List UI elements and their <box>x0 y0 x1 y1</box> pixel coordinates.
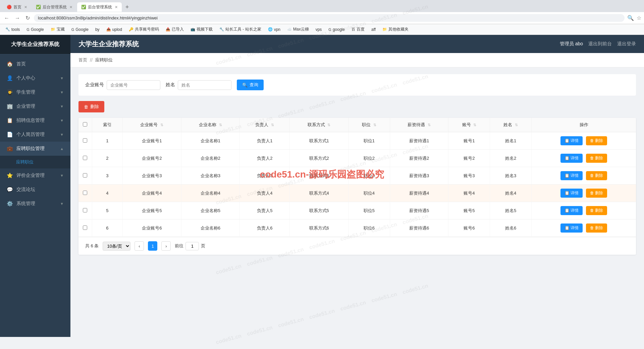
sidebar-item-apply[interactable]: 💼 应聘职位管理 ▲ <box>0 142 70 156</box>
header-manager[interactable]: 负责人 ⇅ <box>240 118 290 132</box>
detail-button[interactable]: 📋 详情 <box>560 189 583 198</box>
bookmark-password[interactable]: 🔑共享账号密码 <box>126 26 162 33</box>
row-manager: 负责人5 <box>240 202 290 219</box>
row-contact: 联系方式2 <box>290 150 348 167</box>
row-delete-button[interactable]: 🗑 删除 <box>586 171 607 180</box>
bookmark-vpn[interactable]: 🌐vpn <box>265 27 283 33</box>
row-checkbox[interactable] <box>83 156 87 160</box>
tab-home[interactable]: 🔴 首页 ✕ <box>3 2 31 12</box>
delete-icon: 🗑 <box>84 104 88 109</box>
sidebar-item-resume[interactable]: 📄 个人简历管理 ▼ <box>0 128 70 142</box>
new-tab-button[interactable]: + <box>122 2 132 12</box>
row-salary: 薪资待遇6 <box>390 219 448 237</box>
detail-button[interactable]: 📋 详情 <box>560 171 583 180</box>
logout-link[interactable]: 退出登录 <box>617 41 636 47</box>
row-checkbox-cell <box>78 202 92 219</box>
header-index: 索引 <box>92 118 123 132</box>
sidebar-item-student-label: 学生管理 <box>16 89 35 95</box>
company-account-input[interactable] <box>107 80 160 90</box>
header-position[interactable]: 职位 ⇅ <box>348 118 390 132</box>
page-1-button[interactable]: 1 <box>148 241 157 251</box>
bookmark-by[interactable]: by <box>93 27 102 33</box>
submenu-apply-position[interactable]: 应聘职位 <box>0 156 70 168</box>
forum-icon: 💬 <box>7 187 13 193</box>
row-checkbox[interactable] <box>83 226 87 230</box>
header-salary[interactable]: 薪资待遇 ⇅ <box>390 118 448 132</box>
bookmark-webmaster[interactable]: 🔧站长工具 - 站长之家 <box>217 26 264 33</box>
bookmark-vps[interactable]: vps <box>313 27 325 33</box>
row-checkbox[interactable] <box>83 138 87 143</box>
goto-front-link[interactable]: 退出到前台 <box>588 41 612 47</box>
sidebar-item-company[interactable]: 🏢 企业管理 ▼ <box>0 99 70 113</box>
bookmark-google2[interactable]: GGoogle <box>69 27 91 33</box>
row-account: 账号1 <box>448 132 490 150</box>
row-delete-button[interactable]: 🗑 删除 <box>586 189 607 198</box>
row-checkbox[interactable] <box>83 208 87 212</box>
tab-admin2-close[interactable]: ✕ <box>115 5 118 9</box>
sidebar-item-system[interactable]: ⚙️ 系统管理 ▼ <box>0 197 70 211</box>
back-button[interactable]: ← <box>3 14 11 22</box>
bookmark-other[interactable]: 📁其他收藏夹 <box>380 26 411 33</box>
row-delete-button[interactable]: 🗑 删除 <box>586 136 607 145</box>
header-name[interactable]: 姓名 ⇅ <box>490 118 532 132</box>
forward-button[interactable]: → <box>13 14 21 22</box>
detail-button[interactable]: 📋 详情 <box>560 206 583 215</box>
header-account[interactable]: 账号 ⇅ <box>448 118 490 132</box>
row-delete-icon: 🗑 <box>590 208 594 213</box>
row-checkbox-cell <box>78 167 92 185</box>
sidebar-item-home[interactable]: 🏠 首页 <box>0 57 70 71</box>
search-icon: 🔍 <box>242 83 248 88</box>
name-input[interactable] <box>178 80 231 90</box>
header-company-name[interactable]: 企业名称 ⇅ <box>181 118 240 132</box>
page-goto-input[interactable] <box>185 242 199 250</box>
bookmark-video[interactable]: 📺视频下载 <box>188 26 215 33</box>
detail-button[interactable]: 📋 详情 <box>560 154 583 163</box>
search-button[interactable]: 🔍 查询 <box>237 80 264 90</box>
detail-button[interactable]: 📋 详情 <box>560 223 583 233</box>
row-company-account: 企业账号2 <box>123 150 181 167</box>
row-checkbox[interactable] <box>83 173 87 178</box>
bookmark-import[interactable]: 📥已导入 <box>163 26 186 33</box>
sidebar-item-recruit[interactable]: 📋 招聘信息管理 ▼ <box>0 113 70 128</box>
bookmark-google3[interactable]: Ggoogle <box>326 27 347 33</box>
row-position: 职位2 <box>348 150 390 167</box>
apply-arrow-icon: ▲ <box>60 147 64 151</box>
bookmark-icon[interactable]: ☆ <box>637 15 641 21</box>
select-all-checkbox[interactable] <box>83 122 87 127</box>
sidebar-item-student[interactable]: 👨‍🎓 学生管理 ▼ <box>0 85 70 99</box>
row-delete-button[interactable]: 🗑 删除 <box>586 154 607 163</box>
header-contact[interactable]: 联系方式 ⇅ <box>290 118 348 132</box>
batch-delete-button[interactable]: 🗑 删除 <box>78 101 104 112</box>
bookmark-baidu[interactable]: 百百度 <box>349 26 367 33</box>
sort-name-icon: ⇅ <box>515 123 518 127</box>
sidebar-logo: 大学生企业推荐系统 <box>0 35 70 54</box>
breadcrumb-home[interactable]: 首页 <box>78 57 87 63</box>
bookmark-baozang[interactable]: 📁宝藏 <box>48 26 67 33</box>
prev-page-button[interactable]: ‹ <box>135 241 144 251</box>
detail-button[interactable]: 📋 详情 <box>560 136 583 145</box>
row-salary: 薪资待遇1 <box>390 132 448 150</box>
tab-home-close[interactable]: ✕ <box>24 5 27 9</box>
row-delete-button[interactable]: 🗑 删除 <box>586 206 607 215</box>
row-delete-button[interactable]: 🗑 删除 <box>586 223 607 233</box>
tab-admin1[interactable]: ✅ 后台管理系统 ✕ <box>32 2 76 12</box>
bookmark-uplod[interactable]: 📤uplod <box>104 27 125 33</box>
bookmark-maxcdn[interactable]: ☁️Max云梯 <box>284 26 312 33</box>
sidebar-item-forum[interactable]: 💬 交流论坛 <box>0 183 70 197</box>
tab-admin1-close[interactable]: ✕ <box>69 5 72 9</box>
sidebar-item-evaluate[interactable]: ⭐ 评价企业管理 ▼ <box>0 168 70 183</box>
bookmark-google1[interactable]: GGoogle <box>24 27 46 33</box>
header-company-account[interactable]: 企业账号 ⇅ <box>123 118 181 132</box>
bookmark-aff[interactable]: aff <box>369 27 378 33</box>
address-input[interactable] <box>34 14 625 22</box>
tab-admin2[interactable]: ✅ 后台管理系统 ✕ <box>77 2 122 12</box>
detail-icon: 📋 <box>565 138 570 143</box>
sidebar-item-profile[interactable]: 👤 个人中心 ▼ <box>0 71 70 85</box>
row-checkbox[interactable] <box>83 191 87 195</box>
bookmark-tools[interactable]: 🔧tools <box>3 27 22 33</box>
row-delete-icon: 🗑 <box>590 191 594 195</box>
reload-button[interactable]: ↻ <box>24 14 31 22</box>
page-size-select[interactable]: 10条/页 20条/页 50条/页 <box>103 242 130 251</box>
next-page-button[interactable]: › <box>161 241 171 251</box>
tab-admin2-favicon: ✅ <box>81 5 86 9</box>
